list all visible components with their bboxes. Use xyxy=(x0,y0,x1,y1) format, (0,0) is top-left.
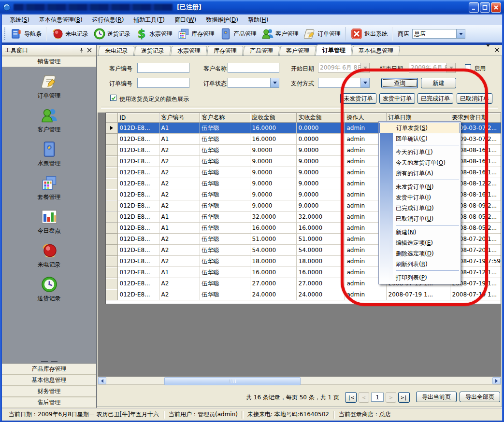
scroll-left-arrow[interactable] xyxy=(98,377,106,384)
tab-close-icon[interactable] xyxy=(495,47,499,54)
cell-customer_no[interactable]: A1 xyxy=(159,267,200,278)
sidebar-splitter[interactable] xyxy=(2,360,96,364)
cell-order_date[interactable]: 2008-07-19 1... xyxy=(386,289,450,300)
toolbar-button-6[interactable]: 产品管理 xyxy=(217,26,259,42)
context-menu-item-15[interactable]: 刷新列表(R) xyxy=(379,259,460,269)
sidebar-item-3[interactable]: 套餐管理 xyxy=(38,174,61,201)
menubar-item-2[interactable]: 运行信息(R) xyxy=(87,15,129,25)
toolbar-button-7[interactable]: 客户管理 xyxy=(259,26,301,42)
start-date-picker[interactable]: 2009年 6月 8日 xyxy=(318,63,370,73)
context-menu-item-8[interactable]: 发货中订单(I) xyxy=(379,192,460,203)
cell-receivable[interactable]: 27.0000 xyxy=(250,278,296,289)
cell-receivable[interactable]: 9.0000 xyxy=(250,145,296,156)
cell-id[interactable]: 012D-E8... xyxy=(117,289,159,300)
cell-received[interactable]: 9.0000 xyxy=(296,189,345,200)
cell-id[interactable]: 012D-E8... xyxy=(117,211,159,223)
sidebar-section-2[interactable]: 财务管理 xyxy=(2,386,96,397)
cell-id[interactable]: 012D-E8... xyxy=(117,134,159,145)
export-current-page-button[interactable]: 导出当前页 xyxy=(416,392,457,402)
sidebar-item-5[interactable]: 来电记录 xyxy=(38,242,61,269)
sidebar-section-1[interactable]: 基本信息管理 xyxy=(2,375,96,386)
page-number-input[interactable] xyxy=(371,393,384,402)
context-menu-item-17[interactable]: 打印列表(P) xyxy=(379,272,460,283)
sidebar-item-0[interactable]: 订单管理 xyxy=(38,73,61,100)
cell-received[interactable]: 54.0000 xyxy=(296,245,345,256)
cell-customer_name[interactable]: 伍华聪 xyxy=(200,211,250,223)
payment-method-select[interactable] xyxy=(318,78,370,88)
status-filter-button-1[interactable]: 发货中订单 xyxy=(379,93,415,104)
row-selector[interactable] xyxy=(106,223,117,234)
cell-customer_name[interactable]: 伍华聪 xyxy=(200,223,250,234)
export-all-pages-button[interactable]: 导出全部页 xyxy=(460,392,500,402)
tab-2[interactable]: 水票管理 xyxy=(171,46,207,56)
toolbar-button-8[interactable]: 订单管理 xyxy=(301,26,343,42)
end-date-picker[interactable]: 2009年 6月 8日 xyxy=(409,63,456,73)
cell-customer_no[interactable]: A2 xyxy=(159,200,200,211)
cell-id[interactable]: 012D-E8... xyxy=(117,256,159,267)
cell-id[interactable]: 012D-E8... xyxy=(117,123,159,134)
cell-receivable[interactable]: 16.0000 xyxy=(250,267,296,278)
close-button[interactable] xyxy=(491,2,501,13)
cell-received[interactable]: 9.0000 xyxy=(296,145,345,156)
cell-id[interactable]: 012D-E8... xyxy=(117,178,159,189)
cell-id[interactable]: 012D-E8... xyxy=(117,145,159,156)
cell-received[interactable]: 16.0000 xyxy=(296,223,345,234)
context-menu-item-14[interactable]: 删除选定项(D) xyxy=(379,248,460,259)
sidebar-item-6[interactable]: 送货记录 xyxy=(38,276,61,303)
row-selector[interactable] xyxy=(106,234,117,245)
cell-customer_no[interactable]: A1 xyxy=(159,211,200,223)
row-selector[interactable] xyxy=(106,289,117,300)
cell-id[interactable]: 012D-E8... xyxy=(117,167,159,178)
cell-receivable[interactable]: 16.0000 xyxy=(250,223,296,234)
new-button[interactable]: 新建 xyxy=(421,78,456,88)
cell-customer_name[interactable]: 伍华聪 xyxy=(200,189,250,200)
tab-5[interactable]: 客户管理 xyxy=(279,46,316,56)
last-page-button[interactable]: >| xyxy=(398,392,410,403)
row-selector[interactable] xyxy=(106,200,117,211)
cell-customer_no[interactable]: A2 xyxy=(159,245,200,256)
cell-received[interactable]: 16.0000 xyxy=(296,267,345,278)
cell-customer_name[interactable]: 伍华聪 xyxy=(200,167,250,178)
prev-page-button[interactable]: < xyxy=(359,392,369,403)
cell-received[interactable]: 51.0000 xyxy=(296,234,345,245)
cell-customer_no[interactable]: A2 xyxy=(159,256,200,267)
menubar-item-6[interactable]: 帮助(H) xyxy=(243,15,273,25)
maximize-button[interactable] xyxy=(480,2,490,13)
row-selector[interactable] xyxy=(106,245,117,256)
cell-receivable[interactable]: 16.0000 xyxy=(250,134,296,145)
cell-customer_no[interactable]: A2 xyxy=(159,178,200,189)
cell-customer_no[interactable]: A2 xyxy=(159,189,200,200)
toolbar-grip[interactable] xyxy=(4,28,5,40)
cell-customer_no[interactable]: A1 xyxy=(159,123,200,134)
scrollbar-thumb[interactable] xyxy=(164,377,301,385)
first-page-button[interactable]: |< xyxy=(345,392,357,403)
cell-id[interactable]: 012D-E8... xyxy=(117,156,159,167)
cell-received[interactable]: 0.0000 xyxy=(296,123,345,134)
toolbar-button-5[interactable]: 库存管理 xyxy=(175,26,217,42)
sidebar-section-sales[interactable]: 销售管理 xyxy=(2,56,96,67)
cell-customer_name[interactable]: 伍华聪 xyxy=(200,200,250,211)
cell-received[interactable]: 9.0000 xyxy=(296,156,345,167)
context-menu-item-4[interactable]: 今天的发货订单(O) xyxy=(379,157,460,168)
cell-customer_no[interactable]: A2 xyxy=(159,278,200,289)
menubar-item-1[interactable]: 基本信息管理(B) xyxy=(34,15,87,25)
sidebar-item-1[interactable]: 客户管理 xyxy=(38,107,61,134)
cell-receivable[interactable]: 51.0000 xyxy=(250,234,296,245)
menubar-item-0[interactable]: 系统(S) xyxy=(5,15,34,25)
order-status-select[interactable] xyxy=(228,78,279,88)
enable-date-checkbox[interactable] xyxy=(465,64,471,70)
scroll-right-arrow[interactable] xyxy=(492,377,501,384)
cell-receivable[interactable]: 16.0000 xyxy=(250,123,296,134)
horizontal-scrollbar[interactable] xyxy=(98,377,501,385)
table-row[interactable]: 012D-E8...A2伍华聪24.000024.0000admin2008-0… xyxy=(106,289,501,300)
cell-received[interactable]: 9.0000 xyxy=(296,167,345,178)
menubar-item-3[interactable]: 辅助工具(T) xyxy=(129,15,170,25)
toolbar-button-4[interactable]: $水票管理 xyxy=(133,26,175,42)
row-selector[interactable] xyxy=(106,134,117,145)
cell-receivable[interactable]: 9.0000 xyxy=(250,200,296,211)
row-selector[interactable] xyxy=(106,167,117,178)
chevron-down-icon[interactable] xyxy=(446,63,455,72)
context-menu-item-5[interactable]: 所有的订单(A) xyxy=(379,168,460,179)
toolbar-button-0[interactable]: 导航条 xyxy=(8,26,44,42)
row-selector[interactable] xyxy=(106,123,117,134)
